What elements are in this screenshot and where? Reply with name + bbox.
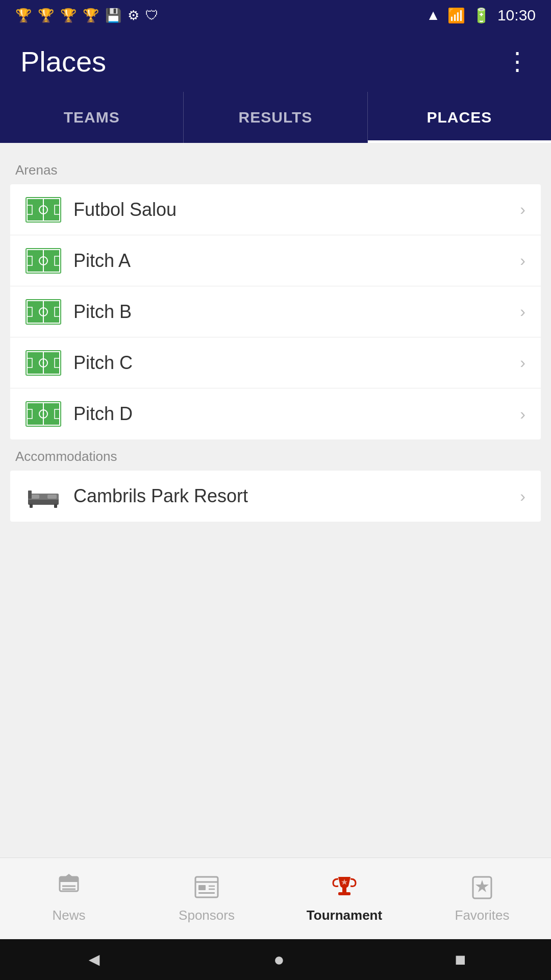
tab-bar: TEAMS RESULTS PLACES <box>0 92 551 143</box>
list-item-pitch-c[interactable]: Pitch C › <box>10 337 541 388</box>
svg-rect-47 <box>60 880 78 882</box>
trophy-icon-3: 🏆 <box>60 8 77 23</box>
bottom-navigation: News Sponsors <box>0 857 551 939</box>
soccer-field-icon-pitch-c <box>26 350 61 376</box>
status-time: 10:30 <box>497 7 536 24</box>
svg-point-25 <box>43 362 44 363</box>
chevron-icon: › <box>520 200 525 219</box>
chevron-icon: › <box>520 487 525 506</box>
news-icon <box>56 874 82 902</box>
favorites-nav-label: Favorites <box>455 908 510 923</box>
chevron-icon: › <box>520 405 525 424</box>
svg-point-32 <box>43 413 44 415</box>
chevron-icon: › <box>520 251 525 270</box>
tab-results[interactable]: RESULTS <box>184 92 367 143</box>
nav-item-favorites[interactable]: Favorites <box>413 874 551 923</box>
tournament-icon <box>331 874 358 902</box>
nav-item-tournament[interactable]: Tournament <box>276 874 413 923</box>
svg-rect-38 <box>47 495 57 499</box>
svg-point-18 <box>43 311 44 312</box>
nav-item-news[interactable]: News <box>0 874 138 923</box>
cambrils-park-resort-label: Cambrils Park Resort <box>73 485 520 507</box>
pitch-c-label: Pitch C <box>73 352 520 374</box>
list-item-pitch-a[interactable]: Pitch A › <box>10 235 541 286</box>
list-item-futbol-salou[interactable]: Futbol Salou › <box>10 184 541 235</box>
wifi-icon: ▲ <box>426 7 440 23</box>
sponsors-icon <box>193 874 220 902</box>
home-button[interactable]: ● <box>273 949 285 970</box>
status-bar-left: 🏆 🏆 🏆 🏆 💾 ⚙ 🛡 <box>15 8 159 23</box>
nav-item-sponsors[interactable]: Sponsors <box>138 874 276 923</box>
svg-point-4 <box>43 209 44 210</box>
accommodations-section-label: Accommodations <box>0 439 551 471</box>
svg-rect-39 <box>28 491 32 499</box>
svg-rect-55 <box>338 892 350 895</box>
list-item-pitch-b[interactable]: Pitch B › <box>10 286 541 337</box>
trophy-icon-2: 🏆 <box>38 8 54 23</box>
list-item-pitch-d[interactable]: Pitch D › <box>10 388 541 439</box>
tab-teams[interactable]: TEAMS <box>0 92 184 143</box>
sponsors-nav-label: Sponsors <box>179 908 235 923</box>
page-title: Places <box>20 45 106 78</box>
svg-rect-50 <box>198 885 206 890</box>
trophy-icon-4: 🏆 <box>83 8 99 23</box>
status-bar: 🏆 🏆 🏆 🏆 💾 ⚙ 🛡 ▲ 📶 🔋 10:30 <box>0 0 551 31</box>
favorites-icon <box>469 874 495 902</box>
chevron-icon: › <box>520 353 525 372</box>
app-header: Places ⋮ <box>0 31 551 92</box>
soccer-field-icon-futbol-salou <box>26 197 61 223</box>
svg-rect-41 <box>54 504 57 508</box>
content-area: Arenas Futbol Salou › <box>0 143 551 857</box>
list-item-cambrils-park-resort[interactable]: Cambrils Park Resort › <box>10 471 541 522</box>
svg-marker-58 <box>475 880 489 892</box>
overflow-menu-button[interactable]: ⋮ <box>505 47 531 76</box>
soccer-field-icon-pitch-b <box>26 299 61 325</box>
battery-icon: 🔋 <box>472 7 490 24</box>
svg-point-11 <box>43 260 44 261</box>
pitch-d-label: Pitch D <box>73 403 520 425</box>
tab-places[interactable]: PLACES <box>368 92 551 143</box>
memory-icon: 💾 <box>105 8 121 23</box>
recents-button[interactable]: ■ <box>455 949 466 970</box>
svg-rect-54 <box>342 886 346 892</box>
back-button[interactable]: ◄ <box>85 949 104 970</box>
settings-icon: ⚙ <box>128 8 139 23</box>
android-nav-bar: ◄ ● ■ <box>0 939 551 980</box>
bed-icon <box>26 483 61 509</box>
svg-rect-53 <box>198 892 215 894</box>
news-nav-label: News <box>52 908 85 923</box>
svg-rect-40 <box>30 504 33 508</box>
trophy-icon-1: 🏆 <box>15 8 32 23</box>
signal-icon: 📶 <box>447 7 465 24</box>
pitch-a-label: Pitch A <box>73 250 520 272</box>
status-bar-right: ▲ 📶 🔋 10:30 <box>426 7 536 24</box>
tournament-nav-label: Tournament <box>307 908 382 923</box>
arenas-section-label: Arenas <box>0 153 551 184</box>
futbol-salou-label: Futbol Salou <box>73 199 520 220</box>
pitch-b-label: Pitch B <box>73 301 520 323</box>
soccer-field-icon-pitch-d <box>26 401 61 427</box>
accommodations-card: Cambrils Park Resort › <box>10 471 541 522</box>
chevron-icon: › <box>520 302 525 321</box>
soccer-field-icon-pitch-a <box>26 248 61 274</box>
shield-icon: 🛡 <box>145 8 159 23</box>
arenas-card: Futbol Salou › Pitch A › <box>10 184 541 439</box>
